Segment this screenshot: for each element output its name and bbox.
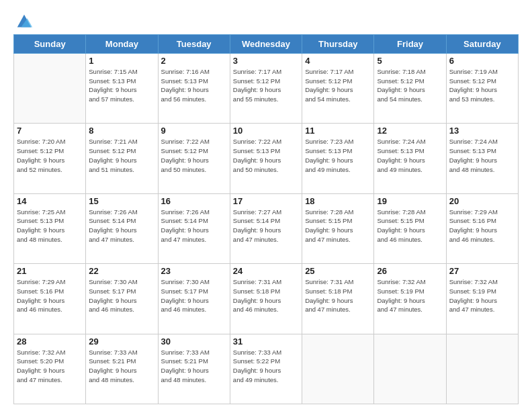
calendar-cell: 1Sunrise: 7:15 AMSunset: 5:13 PMDaylight… xyxy=(86,53,158,123)
cell-info: Sunrise: 7:17 AMSunset: 5:12 PMDaylight:… xyxy=(305,67,371,104)
cell-info: Sunrise: 7:33 AMSunset: 5:22 PMDaylight:… xyxy=(233,348,299,385)
cell-info: Sunrise: 7:22 AMSunset: 5:13 PMDaylight:… xyxy=(233,137,299,174)
cell-info: Sunrise: 7:26 AMSunset: 5:14 PMDaylight:… xyxy=(161,208,227,244)
calendar-cell: 7Sunrise: 7:20 AMSunset: 5:12 PMDaylight… xyxy=(14,124,86,193)
day-number: 15 xyxy=(89,196,154,206)
cell-info: Sunrise: 7:25 AMSunset: 5:13 PMDaylight:… xyxy=(17,208,83,244)
calendar-cell: 5Sunrise: 7:18 AMSunset: 5:12 PMDaylight… xyxy=(374,53,446,123)
calendar-cell: 28Sunrise: 7:32 AMSunset: 5:20 PMDayligh… xyxy=(14,334,86,404)
calendar-cell: 18Sunrise: 7:28 AMSunset: 5:15 PMDayligh… xyxy=(302,193,374,263)
weekday-header: Saturday xyxy=(446,34,518,53)
day-number: 18 xyxy=(305,196,371,206)
day-number: 26 xyxy=(377,266,443,276)
cell-info: Sunrise: 7:29 AMSunset: 5:16 PMDaylight:… xyxy=(17,277,83,314)
logo xyxy=(13,15,34,32)
day-number: 28 xyxy=(17,336,83,347)
calendar-table: SundayMondayTuesdayWednesdayThursdayFrid… xyxy=(13,34,519,404)
day-number: 2 xyxy=(161,56,227,66)
day-number: 12 xyxy=(377,126,443,136)
weekday-header: Thursday xyxy=(302,34,374,53)
day-number: 13 xyxy=(449,126,515,136)
calendar-week-row: 21Sunrise: 7:29 AMSunset: 5:16 PMDayligh… xyxy=(14,264,519,334)
cell-info: Sunrise: 7:31 AMSunset: 5:18 PMDaylight:… xyxy=(233,277,299,314)
day-number: 17 xyxy=(233,196,299,206)
calendar-cell: 31Sunrise: 7:33 AMSunset: 5:22 PMDayligh… xyxy=(230,334,302,404)
calendar-cell: 11Sunrise: 7:23 AMSunset: 5:13 PMDayligh… xyxy=(302,124,374,193)
cell-info: Sunrise: 7:27 AMSunset: 5:14 PMDaylight:… xyxy=(233,208,299,244)
cell-info: Sunrise: 7:32 AMSunset: 5:20 PMDaylight:… xyxy=(17,348,83,385)
cell-info: Sunrise: 7:32 AMSunset: 5:19 PMDaylight:… xyxy=(377,277,443,314)
calendar-cell: 21Sunrise: 7:29 AMSunset: 5:16 PMDayligh… xyxy=(14,264,86,334)
cell-info: Sunrise: 7:30 AMSunset: 5:17 PMDaylight:… xyxy=(161,277,227,314)
weekday-header-row: SundayMondayTuesdayWednesdayThursdayFrid… xyxy=(14,34,519,53)
cell-info: Sunrise: 7:33 AMSunset: 5:21 PMDaylight:… xyxy=(161,348,227,385)
day-number: 27 xyxy=(449,266,515,276)
calendar-cell: 9Sunrise: 7:22 AMSunset: 5:12 PMDaylight… xyxy=(158,124,230,193)
calendar-cell: 10Sunrise: 7:22 AMSunset: 5:13 PMDayligh… xyxy=(230,124,302,193)
cell-info: Sunrise: 7:28 AMSunset: 5:15 PMDaylight:… xyxy=(377,208,443,244)
cell-info: Sunrise: 7:15 AMSunset: 5:13 PMDaylight:… xyxy=(89,67,154,104)
cell-info: Sunrise: 7:33 AMSunset: 5:21 PMDaylight:… xyxy=(89,348,154,385)
day-number: 10 xyxy=(233,126,299,136)
calendar-cell: 4Sunrise: 7:17 AMSunset: 5:12 PMDaylight… xyxy=(302,53,374,123)
page: SundayMondayTuesdayWednesdayThursdayFrid… xyxy=(0,0,532,411)
day-number: 6 xyxy=(449,56,515,66)
calendar-cell: 22Sunrise: 7:30 AMSunset: 5:17 PMDayligh… xyxy=(86,264,158,334)
weekday-header: Sunday xyxy=(14,34,86,53)
cell-info: Sunrise: 7:16 AMSunset: 5:13 PMDaylight:… xyxy=(161,67,227,104)
cell-info: Sunrise: 7:28 AMSunset: 5:15 PMDaylight:… xyxy=(305,208,371,244)
day-number: 7 xyxy=(17,126,83,136)
day-number: 3 xyxy=(233,56,299,66)
weekday-header: Tuesday xyxy=(158,34,230,53)
cell-info: Sunrise: 7:29 AMSunset: 5:16 PMDaylight:… xyxy=(449,208,515,244)
calendar-cell: 24Sunrise: 7:31 AMSunset: 5:18 PMDayligh… xyxy=(230,264,302,334)
day-number: 24 xyxy=(233,266,299,276)
day-number: 16 xyxy=(161,196,227,206)
day-number: 23 xyxy=(161,266,227,276)
day-number: 22 xyxy=(89,266,154,276)
calendar-week-row: 14Sunrise: 7:25 AMSunset: 5:13 PMDayligh… xyxy=(14,193,519,263)
calendar-cell: 15Sunrise: 7:26 AMSunset: 5:14 PMDayligh… xyxy=(86,193,158,263)
cell-info: Sunrise: 7:21 AMSunset: 5:12 PMDaylight:… xyxy=(89,137,154,174)
weekday-header: Wednesday xyxy=(230,34,302,53)
cell-info: Sunrise: 7:32 AMSunset: 5:19 PMDaylight:… xyxy=(449,277,515,314)
calendar-cell: 2Sunrise: 7:16 AMSunset: 5:13 PMDaylight… xyxy=(158,53,230,123)
header xyxy=(13,12,519,32)
calendar-cell: 20Sunrise: 7:29 AMSunset: 5:16 PMDayligh… xyxy=(446,193,518,263)
calendar-cell: 26Sunrise: 7:32 AMSunset: 5:19 PMDayligh… xyxy=(374,264,446,334)
day-number: 11 xyxy=(305,126,371,136)
cell-info: Sunrise: 7:22 AMSunset: 5:12 PMDaylight:… xyxy=(161,137,227,174)
cell-info: Sunrise: 7:23 AMSunset: 5:13 PMDaylight:… xyxy=(305,137,371,174)
day-number: 30 xyxy=(161,336,227,347)
cell-info: Sunrise: 7:26 AMSunset: 5:14 PMDaylight:… xyxy=(89,208,154,244)
cell-info: Sunrise: 7:17 AMSunset: 5:12 PMDaylight:… xyxy=(233,67,299,104)
day-number: 31 xyxy=(233,336,299,347)
day-number: 5 xyxy=(377,56,443,66)
calendar-cell: 14Sunrise: 7:25 AMSunset: 5:13 PMDayligh… xyxy=(14,193,86,263)
day-number: 19 xyxy=(377,196,443,206)
day-number: 25 xyxy=(305,266,371,276)
day-number: 21 xyxy=(17,266,83,276)
cell-info: Sunrise: 7:30 AMSunset: 5:17 PMDaylight:… xyxy=(89,277,154,314)
calendar-cell: 3Sunrise: 7:17 AMSunset: 5:12 PMDaylight… xyxy=(230,53,302,123)
calendar-cell: 16Sunrise: 7:26 AMSunset: 5:14 PMDayligh… xyxy=(158,193,230,263)
calendar-cell: 12Sunrise: 7:24 AMSunset: 5:13 PMDayligh… xyxy=(374,124,446,193)
calendar-week-row: 28Sunrise: 7:32 AMSunset: 5:20 PMDayligh… xyxy=(14,334,519,404)
cell-info: Sunrise: 7:20 AMSunset: 5:12 PMDaylight:… xyxy=(17,137,83,174)
calendar-cell: 13Sunrise: 7:24 AMSunset: 5:13 PMDayligh… xyxy=(446,124,518,193)
calendar-cell: 25Sunrise: 7:31 AMSunset: 5:18 PMDayligh… xyxy=(302,264,374,334)
cell-info: Sunrise: 7:18 AMSunset: 5:12 PMDaylight:… xyxy=(377,67,443,104)
day-number: 29 xyxy=(89,336,154,347)
day-number: 20 xyxy=(449,196,515,206)
cell-info: Sunrise: 7:24 AMSunset: 5:13 PMDaylight:… xyxy=(377,137,443,174)
calendar-cell: 29Sunrise: 7:33 AMSunset: 5:21 PMDayligh… xyxy=(86,334,158,404)
calendar-week-row: 1Sunrise: 7:15 AMSunset: 5:13 PMDaylight… xyxy=(14,53,519,123)
cell-info: Sunrise: 7:19 AMSunset: 5:12 PMDaylight:… xyxy=(449,67,515,104)
calendar-cell xyxy=(374,334,446,404)
calendar-cell: 6Sunrise: 7:19 AMSunset: 5:12 PMDaylight… xyxy=(446,53,518,123)
weekday-header: Monday xyxy=(86,34,158,53)
calendar-cell xyxy=(446,334,518,404)
calendar-cell: 23Sunrise: 7:30 AMSunset: 5:17 PMDayligh… xyxy=(158,264,230,334)
calendar-cell: 17Sunrise: 7:27 AMSunset: 5:14 PMDayligh… xyxy=(230,193,302,263)
calendar-cell: 27Sunrise: 7:32 AMSunset: 5:19 PMDayligh… xyxy=(446,264,518,334)
